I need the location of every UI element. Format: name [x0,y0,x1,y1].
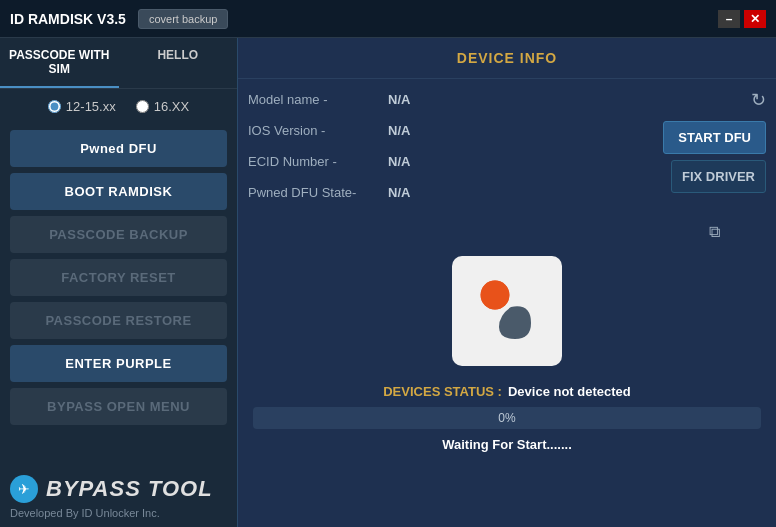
tab-bar: PASSCODE WITH SIM HELLO [0,38,237,89]
ios-version-field: IOS Version - N/A [248,115,663,146]
svg-point-1 [481,281,510,310]
left-panel: PASSCODE WITH SIM HELLO 12-15.xx 16.XX P… [0,38,237,527]
pwned-dfu-state-field: Pwned DFU State- N/A [248,177,663,208]
model-name-value: N/A [388,92,410,107]
device-fields: Model name - N/A IOS Version - N/A ECID … [248,84,663,241]
ios-version-radio-group: 12-15.xx 16.XX [0,89,237,124]
ecid-number-value: N/A [388,154,410,169]
radio-16[interactable]: 16.XX [136,99,189,114]
fix-driver-button[interactable]: FIX DRIVER [671,160,766,193]
passcode-backup-button: PASSCODE BACKUP [10,216,227,253]
ecid-number-field: ECID Number - N/A [248,146,663,177]
tab-hello[interactable]: HELLO [119,38,238,88]
logo-area [238,246,776,376]
pwned-dfu-button[interactable]: Pwned DFU [10,130,227,167]
pwned-dfu-state-label: Pwned DFU State- [248,185,388,200]
radio-12-15-input[interactable] [48,100,61,113]
right-panel: DEVICE INFO Model name - N/A IOS Version… [237,38,776,527]
app-title: ID RAMDISK V3.5 [10,11,126,27]
factory-reset-button: FACTORY RESET [10,259,227,296]
window-controls: – ✕ [718,10,766,28]
close-button[interactable]: ✕ [744,10,766,28]
logo-svg [467,271,547,351]
progress-bar: 0% [253,407,761,429]
refresh-icon[interactable]: ↻ [751,89,766,111]
covert-backup-button[interactable]: covert backup [138,9,228,29]
telegram-icon: ✈ [10,475,38,503]
start-dfu-button[interactable]: START DFU [663,121,766,154]
app-logo [452,256,562,366]
minimize-button[interactable]: – [718,10,740,28]
passcode-restore-button: PASSCODE RESTORE [10,302,227,339]
radio-16-input[interactable] [136,100,149,113]
progress-text: 0% [253,411,761,425]
devices-status-label: DEVICES STATUS : [383,384,502,399]
main-layout: PASSCODE WITH SIM HELLO 12-15.xx 16.XX P… [0,38,776,527]
ios-version-value: N/A [388,123,410,138]
tab-passcode-with-sim[interactable]: PASSCODE WITH SIM [0,38,119,88]
devices-status-value: Device not detected [508,384,631,399]
waiting-text: Waiting For Start....... [253,433,761,460]
bypass-tool-label: BYPASS TOOL [46,476,213,502]
model-name-label: Model name - [248,92,388,107]
device-info-header: DEVICE INFO [238,38,776,79]
ecid-number-label: ECID Number - [248,154,388,169]
devices-status-row: DEVICES STATUS : Device not detected [253,384,761,399]
radio-12-15[interactable]: 12-15.xx [48,99,116,114]
action-buttons: Pwned DFU BOOT RAMDISK PASSCODE BACKUP F… [0,124,237,431]
developer-credit: Developed By ID Unlocker Inc. [0,505,237,527]
ios-version-label: IOS Version - [248,123,388,138]
right-action-area: ↻ START DFU FIX DRIVER ⧉ [663,84,766,241]
boot-ramdisk-button[interactable]: BOOT RAMDISK [10,173,227,210]
model-name-field: Model name - N/A [248,84,663,115]
title-bar: ID RAMDISK V3.5 covert backup – ✕ [0,0,776,38]
bypass-open-menu-button: BYPASS OPEN MENU [10,388,227,425]
status-area: DEVICES STATUS : Device not detected 0% … [238,376,776,468]
copy-icon[interactable]: ⧉ [709,223,720,241]
bypass-footer: ✈ BYPASS TOOL [0,467,237,505]
pwned-dfu-state-value: N/A [388,185,410,200]
enter-purple-button[interactable]: ENTER PURPLE [10,345,227,382]
